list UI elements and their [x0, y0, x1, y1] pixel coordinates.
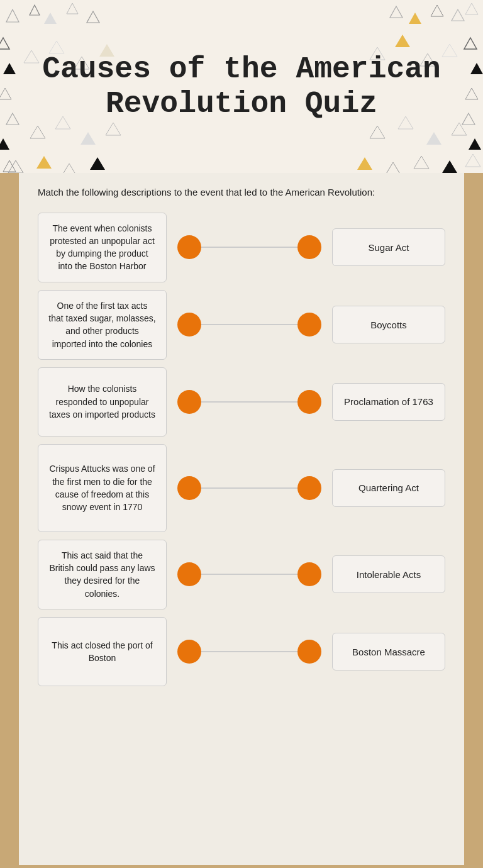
svg-marker-19 — [462, 113, 475, 125]
svg-marker-3 — [67, 3, 78, 14]
svg-marker-39 — [62, 164, 77, 173]
svg-marker-1 — [30, 5, 40, 15]
svg-marker-35 — [426, 132, 441, 145]
dot-right-1[interactable] — [297, 235, 321, 259]
svg-marker-32 — [106, 123, 121, 135]
connector-right-4 — [297, 476, 332, 500]
connector-left-3 — [167, 390, 201, 414]
table-row: This act said that the British could pas… — [38, 540, 445, 609]
page-title: Causes of the American Revolution Quiz — [37, 52, 446, 121]
svg-marker-0 — [6, 9, 19, 22]
connector-left-1 — [167, 235, 201, 259]
left-description-2[interactable]: One of the first tax acts that taxed sug… — [38, 290, 167, 360]
dot-right-4[interactable] — [297, 476, 321, 500]
dot-left-5[interactable] — [177, 562, 201, 586]
main-content: Match the following descriptions to the … — [19, 173, 464, 865]
dot-left-4[interactable] — [177, 476, 201, 500]
connector-right-1 — [297, 235, 332, 259]
svg-marker-20 — [469, 138, 481, 150]
svg-marker-44 — [442, 160, 457, 173]
right-answer-3[interactable]: Proclamation of 1763 — [332, 383, 445, 421]
matching-area: The event when colonists protested an un… — [38, 213, 445, 687]
svg-marker-2 — [44, 13, 57, 24]
left-description-1[interactable]: The event when colonists protested an un… — [38, 213, 167, 282]
dot-left-3[interactable] — [177, 390, 201, 414]
left-description-5[interactable]: This act said that the British could pas… — [38, 540, 167, 609]
table-row: This act closed the port of Boston Bosto… — [38, 617, 445, 686]
svg-marker-43 — [414, 156, 429, 169]
dot-right-2[interactable] — [297, 313, 321, 337]
svg-marker-33 — [370, 126, 385, 138]
right-answer-1[interactable]: Sugar Act — [332, 228, 445, 266]
connector-left-2 — [167, 313, 201, 337]
svg-marker-45 — [465, 154, 480, 167]
svg-marker-11 — [3, 63, 16, 74]
svg-marker-10 — [0, 38, 9, 49]
svg-marker-38 — [36, 156, 52, 169]
svg-marker-17 — [470, 63, 483, 74]
svg-marker-9 — [465, 3, 478, 14]
svg-marker-29 — [30, 126, 45, 138]
table-row: The event when colonists protested an un… — [38, 213, 445, 282]
table-row: How the colonists responded to unpopular… — [38, 367, 445, 437]
svg-marker-13 — [6, 113, 19, 125]
connector-right-2 — [297, 313, 332, 337]
svg-marker-4 — [87, 11, 99, 23]
svg-marker-15 — [3, 160, 16, 172]
connector-left-5 — [167, 562, 201, 586]
right-answer-4[interactable]: Quartering Act — [332, 469, 445, 507]
dot-right-5[interactable] — [297, 562, 321, 586]
right-answer-2[interactable]: Boycotts — [332, 306, 445, 343]
svg-marker-12 — [0, 88, 11, 99]
connector-line-2 — [201, 324, 297, 325]
svg-marker-26 — [395, 35, 410, 47]
svg-marker-5 — [390, 6, 402, 18]
connector-right-5 — [297, 562, 332, 586]
connector-line-4 — [201, 487, 297, 489]
svg-marker-7 — [431, 5, 443, 16]
dot-left-2[interactable] — [177, 313, 201, 337]
svg-marker-8 — [452, 9, 464, 21]
connector-right-6 — [297, 640, 332, 664]
connector-line-3 — [201, 401, 297, 403]
svg-marker-42 — [386, 162, 401, 173]
svg-marker-31 — [80, 132, 96, 145]
left-description-4[interactable]: Crispus Attucks was one of the first men… — [38, 444, 167, 532]
svg-marker-40 — [90, 157, 105, 170]
table-row: One of the first tax acts that taxed sug… — [38, 290, 445, 360]
dot-right-3[interactable] — [297, 390, 321, 414]
connector-left-4 — [167, 476, 201, 500]
svg-marker-16 — [464, 38, 477, 49]
svg-marker-14 — [0, 138, 9, 150]
left-description-6[interactable]: This act closed the port of Boston — [38, 617, 167, 686]
dot-left-1[interactable] — [177, 235, 201, 259]
svg-marker-18 — [465, 88, 478, 99]
dot-left-6[interactable] — [177, 640, 201, 664]
right-answer-5[interactable]: Intolerable Acts — [332, 555, 445, 593]
table-row: Crispus Attucks was one of the first men… — [38, 444, 445, 532]
svg-marker-41 — [357, 157, 372, 170]
instructions-text: Match the following descriptions to the … — [38, 186, 445, 200]
left-description-3[interactable]: How the colonists responded to unpopular… — [38, 367, 167, 437]
connector-right-3 — [297, 390, 332, 414]
connector-line-6 — [201, 651, 297, 652]
svg-marker-6 — [409, 13, 421, 24]
dot-right-6[interactable] — [297, 640, 321, 664]
right-answer-6[interactable]: Boston Massacre — [332, 633, 445, 670]
header-area: Causes of the American Revolution Quiz — [0, 0, 483, 173]
connector-line-1 — [201, 247, 297, 248]
connector-left-6 — [167, 640, 201, 664]
connector-line-5 — [201, 574, 297, 575]
